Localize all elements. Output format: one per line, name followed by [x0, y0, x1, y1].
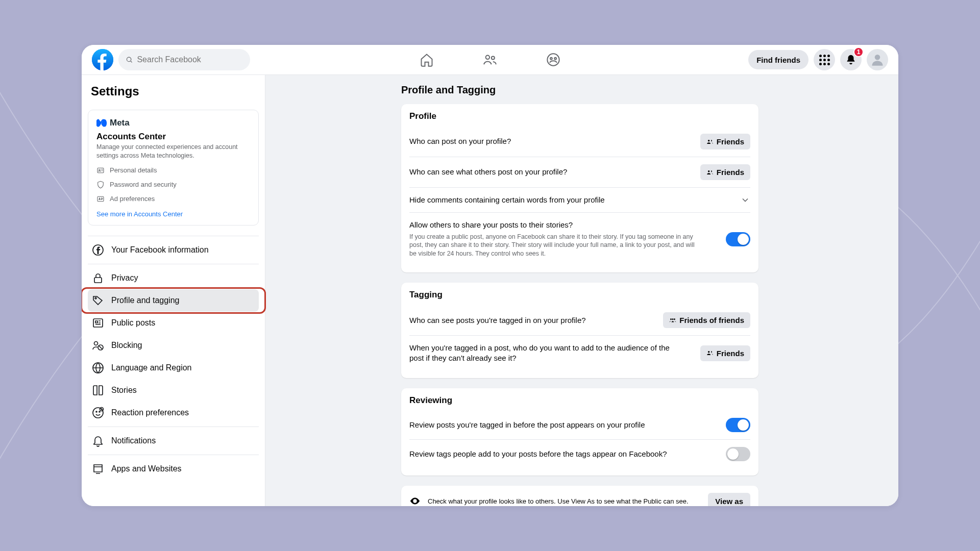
sidebar-item-reaction-preferences[interactable]: Reaction preferences: [88, 402, 259, 424]
friends-of-friends-icon: [669, 317, 676, 324]
search-wrap[interactable]: [118, 49, 250, 70]
apps-icon: [92, 463, 104, 475]
row-label: Who can see what others post on your pro…: [409, 167, 567, 177]
nav-center: [420, 53, 560, 67]
sidebar-item-language-region[interactable]: Language and Region: [88, 357, 259, 379]
settings-title: Settings: [88, 84, 259, 98]
sidebar-item-stories[interactable]: Stories: [88, 379, 259, 402]
tagging-section: Tagging Who can see posts you're tagged …: [401, 283, 758, 378]
lock-icon: [92, 272, 104, 284]
row-label: Who can post on your profile?: [409, 136, 511, 146]
toggle-review-posts[interactable]: [726, 418, 750, 432]
sidebar-item-privacy[interactable]: Privacy: [88, 267, 259, 289]
value-text: Friends: [717, 168, 744, 177]
ac-password-security[interactable]: Password and security: [96, 181, 250, 189]
app-window: Find friends 1 Settings Meta Accounts: [82, 45, 898, 506]
row-who-can-see-others-post: Who can see what others post on your pro…: [409, 157, 750, 188]
value-text: Friends of friends: [679, 316, 744, 324]
fb-circle-icon: [92, 244, 104, 256]
friends-selector[interactable]: Friends: [700, 134, 750, 149]
friends-of-friends-selector[interactable]: Friends of friends: [663, 312, 750, 328]
grid-icon: [819, 55, 830, 65]
sidebar-item-label: Reaction preferences: [111, 408, 189, 417]
row-label: Who can see posts you're tagged in on yo…: [409, 315, 586, 325]
svg-line-2: [131, 61, 132, 63]
svg-point-23: [708, 139, 710, 141]
search-input[interactable]: [137, 55, 243, 64]
sidebar-item-public-posts[interactable]: Public posts: [88, 312, 259, 334]
sidebar-item-label: Profile and tagging: [111, 296, 179, 305]
groups-icon[interactable]: [546, 53, 560, 67]
profile-section: Profile Who can post on your profile? Fr…: [401, 104, 758, 272]
friends-selector[interactable]: Friends: [700, 345, 750, 361]
section-heading-tagging: Tagging: [409, 290, 750, 300]
meta-logo: Meta: [96, 117, 250, 129]
row-label: Review posts you're tagged in before the…: [409, 420, 645, 430]
find-friends-button[interactable]: Find friends: [748, 50, 808, 69]
notifications-button[interactable]: 1: [840, 49, 862, 70]
svg-rect-15: [93, 319, 103, 327]
friends-selector[interactable]: Friends: [700, 164, 750, 180]
facebook-logo[interactable]: [92, 49, 113, 70]
page-title: Profile and Tagging: [401, 84, 758, 96]
tag-icon: [92, 294, 104, 307]
sidebar-item-label: Stories: [111, 386, 137, 395]
viewas-text: Check what your profile looks like to ot…: [428, 497, 701, 505]
accounts-center-more-link[interactable]: See more in Accounts Center: [96, 210, 250, 218]
shield-icon: [96, 181, 105, 189]
nav-list: Your Facebook information Privacy Profil…: [88, 236, 259, 480]
sidebar-item-label: Notifications: [111, 436, 156, 445]
sidebar-item-blocking[interactable]: Blocking: [88, 334, 259, 357]
search-icon: [126, 56, 133, 64]
block-icon: [92, 339, 104, 352]
svg-point-10: [99, 169, 101, 171]
header-right: Find friends 1: [748, 49, 888, 70]
value-text: Friends: [717, 349, 744, 358]
sidebar-item-notifications[interactable]: Notifications: [88, 430, 259, 452]
sidebar-item-label: Blocking: [111, 341, 142, 350]
row-label: Review tags people add to your posts bef…: [409, 449, 667, 459]
ac-item-label: Ad preferences: [110, 195, 155, 203]
svg-point-8: [875, 55, 880, 60]
svg-point-16: [94, 341, 98, 345]
row-label: Allow others to share your posts to thei…: [409, 220, 700, 230]
svg-point-25: [670, 318, 672, 320]
avatar-icon: [870, 53, 885, 67]
accounts-center-title: Accounts Center: [96, 132, 250, 142]
eye-icon: [409, 495, 421, 506]
svg-point-21: [99, 411, 100, 412]
friends-icon[interactable]: [483, 53, 497, 67]
view-as-button[interactable]: View as: [708, 493, 750, 506]
toggle-review-tags[interactable]: [726, 447, 750, 461]
sidebar-item-label: Public posts: [111, 318, 155, 328]
reviewing-section: Reviewing Review posts you're tagged in …: [401, 388, 758, 475]
reaction-icon: [92, 407, 104, 419]
svg-point-5: [547, 54, 559, 65]
svg-point-4: [492, 56, 495, 59]
row-review-posts: Review posts you're tagged in before the…: [409, 411, 750, 440]
row-hide-comments[interactable]: Hide comments containing certain words f…: [409, 188, 750, 213]
home-icon[interactable]: [420, 53, 434, 67]
friends-icon: [706, 169, 714, 176]
sidebar-item-your-facebook-information[interactable]: Your Facebook information: [88, 239, 259, 261]
sidebar: Settings Meta Accounts Center Manage you…: [82, 75, 265, 506]
ac-item-label: Password and security: [110, 181, 177, 188]
menu-button[interactable]: [814, 49, 835, 70]
ac-personal-details[interactable]: Personal details: [96, 166, 250, 174]
sidebar-item-label: Language and Region: [111, 363, 191, 372]
accounts-center-desc: Manage your connected experiences and ac…: [96, 143, 250, 160]
row-add-audience: When you're tagged in a post, who do you…: [409, 336, 750, 371]
sidebar-item-apps-websites[interactable]: Apps and Websites: [88, 458, 259, 480]
divider: [88, 264, 259, 264]
bell-icon: [92, 435, 104, 447]
main-content: Profile and Tagging Profile Who can post…: [265, 75, 898, 506]
row-label: When you're tagged in a post, who do you…: [409, 343, 670, 364]
avatar[interactable]: [867, 49, 888, 70]
header: Find friends 1: [82, 45, 898, 75]
section-heading-reviewing: Reviewing: [409, 395, 750, 406]
svg-point-3: [486, 56, 489, 59]
ac-ad-preferences[interactable]: Ad preferences: [96, 195, 250, 203]
sidebar-item-profile-and-tagging[interactable]: Profile and tagging: [88, 289, 259, 312]
meta-icon: [96, 117, 108, 129]
toggle-allow-share[interactable]: [726, 232, 750, 246]
